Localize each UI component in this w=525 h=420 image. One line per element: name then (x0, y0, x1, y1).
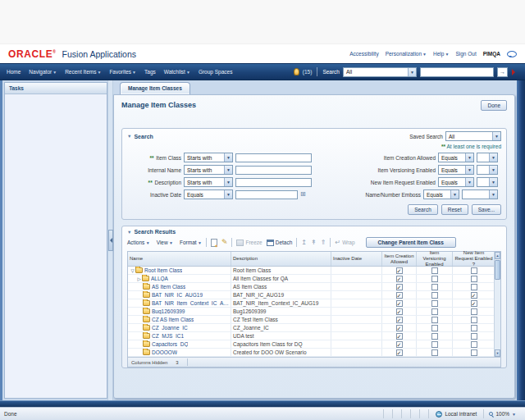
link-sign-out[interactable]: Sign Out (455, 51, 476, 57)
search-button[interactable]: Search (408, 204, 438, 215)
column-header-new-item-request-enabled[interactable]: New Item Request Enabled ? (453, 252, 495, 266)
operator-select[interactable]: Equals▼ (184, 189, 233, 199)
go-to-top-icon[interactable]: ↟ (311, 240, 317, 246)
item-class-link[interactable]: Bug12609399 (152, 308, 185, 314)
search-go-button[interactable]: → (497, 67, 508, 77)
checkbox[interactable] (431, 325, 438, 331)
checkbox[interactable] (471, 317, 477, 323)
checkbox[interactable]: ✓ (396, 333, 403, 340)
column-header-description[interactable]: Description (231, 252, 331, 266)
notification-count[interactable]: (15) (303, 69, 313, 75)
checkbox[interactable]: ✓ (471, 292, 477, 299)
reset-button[interactable]: Reset (441, 204, 468, 215)
tab-manage-item-classes[interactable]: Manage Item Classes (120, 82, 190, 94)
scroll-up-icon[interactable]: ▲ (495, 252, 500, 259)
collapse-icon[interactable]: ▼ (127, 134, 131, 139)
item-class-link[interactable]: CZ AS Item Class (152, 317, 194, 322)
checkbox[interactable]: ✓ (396, 308, 403, 315)
operator-select[interactable]: Equals▼ (438, 165, 474, 175)
menu-format[interactable]: Format ▼ (180, 240, 202, 245)
table-scrollbar[interactable]: ▲ ▼ (494, 252, 500, 357)
value-select[interactable]: ▼ (477, 177, 498, 187)
column-header-inactive-date[interactable]: Inactive Date (331, 252, 382, 266)
checkbox[interactable]: ✓ (396, 349, 403, 356)
checkbox[interactable]: ✓ (396, 300, 403, 307)
wrap-button[interactable]: ↵Wrap (335, 240, 354, 246)
link-help[interactable]: Help▼ (433, 51, 449, 57)
checkbox[interactable]: ✓ (396, 284, 403, 290)
value-select[interactable]: ▼ (477, 153, 498, 162)
item-class-link[interactable]: ALLQA (151, 276, 168, 281)
checkbox[interactable]: ✓ (396, 341, 403, 348)
checkbox[interactable] (471, 276, 477, 282)
panel-splitter[interactable] (107, 80, 113, 400)
checkbox[interactable]: ✓ (396, 317, 403, 323)
detach-button[interactable]: Detach (267, 240, 293, 246)
checkbox[interactable] (431, 267, 438, 274)
item-class-link[interactable]: Root Item Class (144, 267, 182, 273)
scroll-down-icon[interactable]: ▼ (495, 349, 500, 357)
column-header-name[interactable]: Name (128, 252, 231, 266)
column-header-item-versioning-enabled[interactable]: Item Versioning Enabled (417, 252, 453, 266)
chat-icon[interactable] (507, 51, 517, 57)
checkbox[interactable] (471, 308, 477, 315)
item-class-link[interactable]: DOOOOW (152, 349, 177, 355)
checkbox[interactable]: ✓ (396, 267, 403, 274)
notifications-bell-icon[interactable] (294, 68, 299, 75)
search-scope-select[interactable]: All▼ (343, 67, 417, 77)
checkbox[interactable] (431, 300, 438, 307)
done-button[interactable]: Done (481, 100, 507, 111)
change-parent-item-class-button[interactable]: Change Parent Item Class (366, 237, 456, 248)
checkbox[interactable] (471, 284, 477, 290)
checkbox[interactable] (431, 341, 438, 348)
checkbox[interactable] (431, 284, 438, 290)
saved-search-select[interactable]: All▼ (445, 131, 501, 141)
tree-expand-icon[interactable]: ▷ (136, 276, 142, 281)
checkbox[interactable]: ✓ (396, 292, 403, 299)
collapse-icon[interactable]: ▼ (127, 230, 131, 235)
nav-item-favorites[interactable]: Favorites▼ (109, 69, 136, 75)
item-class-link[interactable]: BAT_NIR_Item_Context_IC_AUG19 (152, 300, 229, 306)
checkbox[interactable] (431, 333, 438, 340)
checkbox[interactable] (431, 308, 438, 315)
item-class-link[interactable]: CZ_Joanne_IC (152, 325, 188, 331)
internal-name-input[interactable] (235, 166, 312, 175)
nav-item-recent-items[interactable]: Recent Items▼ (65, 69, 101, 75)
menu-actions[interactable]: Actions ▼ (127, 240, 150, 245)
operator-select[interactable]: Equals▼ (438, 153, 474, 162)
nav-item-group-spaces[interactable]: Group Spaces (199, 69, 233, 75)
operator-select[interactable]: Starts with▼ (184, 177, 233, 187)
create-icon[interactable] (211, 239, 217, 247)
global-search-input[interactable] (420, 67, 494, 77)
value-select[interactable]: ▼ (462, 189, 498, 199)
checkbox[interactable] (471, 333, 477, 340)
operator-select[interactable]: Equals▼ (423, 189, 459, 199)
checkbox[interactable]: ✓ (396, 325, 403, 331)
column-header-item-creation-allowed[interactable]: Item Creation Allowed (382, 252, 417, 266)
nav-item-tags[interactable]: Tags (144, 69, 156, 75)
tree-collapse-icon[interactable]: ▽ (130, 268, 135, 273)
nav-item-navigator[interactable]: Navigator▼ (29, 69, 57, 75)
save-button[interactable]: Save... (472, 204, 501, 215)
item-class-link[interactable]: BAT_NIR_IC_AUG19 (152, 292, 203, 298)
checkbox[interactable] (431, 317, 438, 323)
description-input[interactable] (235, 178, 312, 187)
operator-select[interactable]: Equals▼ (438, 177, 474, 187)
item-class-link[interactable]: Capacitors_DQ (152, 341, 188, 347)
checkbox[interactable]: ✓ (396, 276, 403, 282)
go-up-icon[interactable]: ↥ (301, 240, 307, 246)
edit-pencil-icon[interactable]: ✎ (221, 239, 228, 246)
checkbox[interactable] (431, 276, 438, 282)
checkbox[interactable] (431, 349, 438, 356)
user-name[interactable]: PIMQA (483, 51, 500, 57)
operator-select[interactable]: Starts with▼ (184, 165, 233, 175)
menu-view[interactable]: View ▼ (157, 240, 173, 245)
nav-item-watchlist[interactable]: Watchlist▼ (164, 69, 190, 75)
operator-select[interactable]: Starts with▼ (184, 153, 233, 162)
scrollbar-thumb[interactable] (495, 260, 500, 280)
value-select[interactable]: ▼ (477, 165, 498, 175)
nav-item-home[interactable]: Home (7, 69, 21, 75)
item-class-link[interactable]: AS Item Class (152, 284, 185, 290)
checkbox[interactable] (471, 267, 477, 274)
freeze-button[interactable]: Freeze (236, 240, 262, 246)
